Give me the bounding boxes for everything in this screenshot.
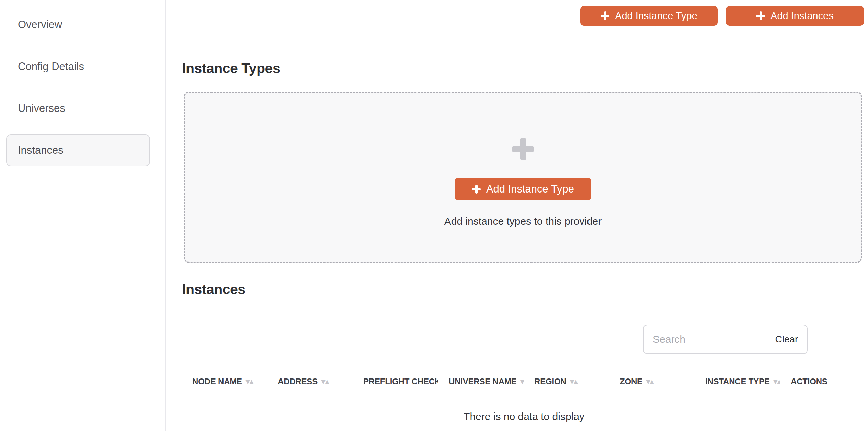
sidebar-item-label: Instances: [18, 144, 64, 156]
sort-icon[interactable]: ▼▲: [245, 378, 253, 385]
add-instances-button[interactable]: Add Instances: [726, 6, 864, 26]
instance-types-empty-panel: Add Instance Type Add instance types to …: [184, 92, 862, 263]
add-instance-type-button-label: Add Instance Type: [615, 10, 697, 22]
empty-state-caption: Add instance types to this provider: [444, 216, 602, 227]
sort-icon[interactable]: ▼▲: [570, 378, 577, 385]
sort-icon[interactable]: ▼▲: [321, 378, 329, 385]
column-header-node-name[interactable]: NODE NAME▼▲: [182, 370, 267, 393]
plus-icon: [756, 11, 765, 20]
plus-icon: [601, 11, 609, 20]
plus-icon: [512, 138, 534, 160]
sidebar-item-config-details[interactable]: Config Details: [6, 50, 150, 83]
add-instance-type-button[interactable]: Add Instance Type: [580, 6, 718, 26]
instances-table: NODE NAME▼▲ ADDRESS▼▲ PREFLIGHT CHECK...…: [182, 370, 866, 393]
sidebar: Overview Config Details Universes Instan…: [0, 0, 166, 431]
column-header-universe-name[interactable]: UNIVERSE NAME▼▲: [438, 370, 524, 393]
column-header-instance-type[interactable]: INSTANCE TYPE▼▲: [695, 370, 780, 393]
column-header-address[interactable]: ADDRESS▼▲: [267, 370, 353, 393]
table-empty-message: There is no data to display: [182, 411, 866, 422]
search-input[interactable]: [643, 325, 766, 354]
sidebar-item-label: Universes: [18, 102, 65, 115]
sidebar-item-overview[interactable]: Overview: [6, 9, 150, 41]
instances-title: Instances: [182, 281, 245, 298]
sort-icon[interactable]: ▼▲: [646, 378, 653, 385]
sidebar-item-universes[interactable]: Universes: [6, 92, 150, 125]
sidebar-item-label: Config Details: [18, 60, 84, 73]
column-header-region[interactable]: REGION▼▲: [524, 370, 609, 393]
instance-types-title: Instance Types: [182, 60, 280, 77]
instances-search-group: Clear: [643, 325, 808, 354]
plus-icon: [472, 185, 481, 194]
add-instance-type-empty-button[interactable]: Add Instance Type: [455, 178, 591, 200]
sort-icon[interactable]: ▼▲: [773, 378, 780, 385]
add-instance-type-empty-button-label: Add Instance Type: [486, 183, 574, 195]
instances-table-header-row: NODE NAME▼▲ ADDRESS▼▲ PREFLIGHT CHECK...…: [182, 370, 866, 393]
add-instances-button-label: Add Instances: [770, 10, 834, 22]
sidebar-item-label: Overview: [18, 19, 62, 31]
sidebar-item-instances[interactable]: Instances: [6, 134, 150, 166]
column-header-zone[interactable]: ZONE▼▲: [609, 370, 695, 393]
column-header-preflight-check: PREFLIGHT CHECK...: [353, 370, 438, 393]
sort-icon[interactable]: ▼▲: [520, 378, 524, 385]
clear-search-button[interactable]: Clear: [766, 325, 808, 354]
column-header-actions: ACTIONS: [780, 370, 866, 393]
